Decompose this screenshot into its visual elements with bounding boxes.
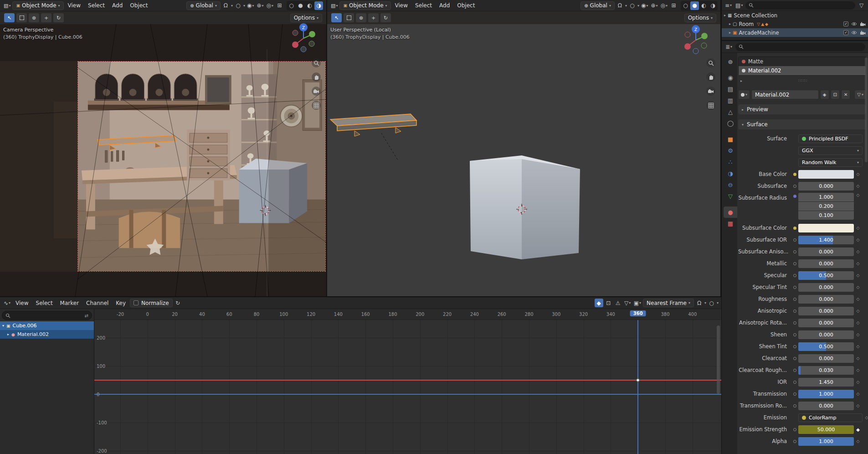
- anisotropic-rota-field[interactable]: 0.000: [798, 319, 854, 327]
- camera-view-icon[interactable]: [706, 87, 715, 96]
- node-link-dot[interactable]: [791, 440, 798, 443]
- keyframe-button-transmission-ro[interactable]: ◇: [854, 403, 862, 408]
- ge-canvas[interactable]: 2001000-100-200: [94, 320, 721, 454]
- menu-object[interactable]: Object: [454, 2, 478, 9]
- keyframe-button-anisotropic[interactable]: ◇: [854, 309, 862, 313]
- material-slot-material-002[interactable]: Material.002: [739, 66, 866, 75]
- expander-icon[interactable]: ▸: [7, 332, 9, 336]
- node-link-dot[interactable]: [791, 392, 798, 396]
- sheen-field[interactable]: 0.000: [798, 330, 854, 339]
- ior-field[interactable]: 1.450: [798, 378, 854, 387]
- shading-material-icon[interactable]: ◐: [305, 1, 314, 10]
- keyframe-button-metallic[interactable]: ◇: [854, 261, 862, 266]
- object-types-visibility-icon[interactable]: ◉▾: [640, 1, 649, 10]
- subsurface-field[interactable]: 0.000: [798, 182, 854, 191]
- rotate-tool-button[interactable]: ↻: [380, 13, 391, 22]
- emission-node-button[interactable]: ColorRamp: [798, 413, 863, 422]
- render-tab[interactable]: ◉: [724, 72, 737, 83]
- shading-rendered-icon[interactable]: ◑: [314, 1, 323, 10]
- outliner-row-scene-collection[interactable]: ▸ ▦ Scene Collection: [722, 11, 868, 20]
- shading-wireframe-icon[interactable]: ○: [681, 1, 690, 10]
- keyframe-button-subsurface-color[interactable]: ◇: [854, 226, 862, 230]
- keyframe-button-emission-strength[interactable]: ◆: [854, 427, 862, 432]
- physics-tab[interactable]: ◑: [724, 168, 737, 179]
- expander-icon[interactable]: ▸: [729, 31, 731, 35]
- camera-view-icon[interactable]: [312, 87, 321, 96]
- node-link-dot[interactable]: [791, 345, 798, 348]
- expander-icon[interactable]: ▸: [729, 22, 731, 26]
- keyframe-button-ior[interactable]: ◇: [854, 380, 862, 384]
- gizmos-toggle-icon[interactable]: ⊕▾: [256, 1, 264, 10]
- ge-ruler[interactable]: 360 -20020406080100120140160180200220240…: [94, 309, 721, 320]
- base-color-swatch[interactable]: [798, 170, 854, 179]
- node-link-dot[interactable]: [791, 428, 798, 431]
- keyframe-point[interactable]: [636, 378, 640, 382]
- camera-frame[interactable]: [77, 61, 326, 272]
- playhead-sync-icon[interactable]: ◆: [595, 299, 603, 307]
- new-copy-icon[interactable]: ⊡: [831, 90, 840, 99]
- keyframe-button-sheen-tint[interactable]: ◇: [854, 344, 862, 349]
- surface-node-button[interactable]: Principled BSDF: [798, 134, 863, 143]
- gizmos-toggle-icon[interactable]: ⊕▾: [650, 1, 658, 10]
- snap-dropdown-icon[interactable]: ▾: [625, 4, 627, 8]
- filter-funnel-icon[interactable]: ▽▾: [623, 299, 632, 307]
- anisotropic-field[interactable]: 0.000: [798, 307, 854, 315]
- hide-eye-icon[interactable]: [851, 22, 857, 26]
- ortho-grid-icon[interactable]: [312, 101, 321, 110]
- normalize-toggle[interactable]: Normalize: [130, 299, 172, 307]
- subsurface-radius-field-2[interactable]: 0.100: [798, 211, 854, 220]
- subsurface-radius-field-1[interactable]: 0.200: [798, 202, 854, 211]
- properties-editor-type-icon[interactable]: ≣▾: [724, 42, 733, 51]
- node-link-dot[interactable]: [791, 357, 798, 360]
- rotate-tool-button[interactable]: ↻: [53, 13, 64, 22]
- menu-select[interactable]: Select: [85, 2, 108, 9]
- shading-solid-icon[interactable]: ●: [296, 1, 305, 10]
- snap-magnet-icon[interactable]: Ω: [221, 1, 230, 10]
- copy-panel-icon[interactable]: ▣▾: [633, 299, 642, 307]
- menu-select[interactable]: Select: [412, 2, 435, 9]
- overlays-toggle-icon[interactable]: ◎▾: [660, 1, 669, 10]
- graph-scrollbar[interactable]: [717, 325, 720, 394]
- outliner-row-room[interactable]: ▸ ▢ Room ▽▲◆ ✓: [722, 20, 868, 28]
- ge-menu-view[interactable]: View: [12, 300, 31, 306]
- keyframe-button-subsurface-ior[interactable]: ◇: [854, 237, 862, 242]
- node-link-dot[interactable]: [791, 310, 798, 313]
- object-types-visibility-icon[interactable]: ◉▾: [246, 1, 255, 10]
- surface-panel-header[interactable]: ▾ Surface: [738, 119, 866, 129]
- node-link-dot[interactable]: [791, 250, 798, 253]
- menu-add[interactable]: Add: [436, 2, 453, 9]
- unlink-icon[interactable]: ✕: [841, 90, 850, 99]
- tweak-tool-button[interactable]: ↖: [331, 13, 342, 22]
- properties-scrollbar[interactable]: [865, 57, 868, 162]
- keyframe-button-specular[interactable]: ◇: [854, 273, 862, 278]
- browse-material-button[interactable]: ▾: [738, 90, 750, 99]
- keyframe-button-subsurface-aniso[interactable]: ◇: [854, 249, 862, 254]
- select-box-tool-button[interactable]: [16, 13, 27, 22]
- interpolation-dropdown[interactable]: Nearest Frame▾: [643, 299, 694, 307]
- fcurve-emission-strength[interactable]: [94, 380, 721, 381]
- node-link-dot[interactable]: [791, 333, 798, 336]
- keyframe-button-roughness[interactable]: ◇: [854, 297, 862, 301]
- emission-strength-field[interactable]: 50.000: [798, 425, 854, 434]
- outliner-editor-type-icon[interactable]: ≡▾: [724, 1, 733, 10]
- keyframe-button-subsurface-radius[interactable]: ◇: [854, 193, 862, 197]
- proportional-editing-icon[interactable]: ○: [234, 1, 242, 10]
- viewport-canvas[interactable]: [327, 24, 720, 296]
- viewport-canvas[interactable]: [0, 24, 326, 296]
- properties-search-input[interactable]: [735, 43, 865, 51]
- node-link-dot[interactable]: [791, 381, 798, 384]
- snap-dropdown-icon[interactable]: ▾: [704, 301, 706, 305]
- pan-hand-icon[interactable]: [706, 72, 715, 82]
- proportional-editing-icon[interactable]: ○: [707, 299, 716, 307]
- transform-orientation-select[interactable]: ⊕Global▾: [580, 1, 615, 10]
- node-link-dot[interactable]: [791, 369, 798, 372]
- proportional-editing-icon[interactable]: ○: [628, 1, 637, 10]
- material-tab[interactable]: ●: [724, 206, 737, 218]
- transmission-ro-field[interactable]: 0.000: [798, 402, 854, 410]
- shading-rendered-icon[interactable]: ◑: [709, 1, 717, 10]
- node-link-dot[interactable]: [791, 185, 798, 188]
- resize-grip-icon[interactable]: ∷∷∷: [798, 78, 807, 83]
- playhead[interactable]: [637, 320, 638, 454]
- selectable-checkbox[interactable]: ✓: [843, 30, 848, 35]
- keyframe-button-transmission[interactable]: ◇: [854, 392, 862, 396]
